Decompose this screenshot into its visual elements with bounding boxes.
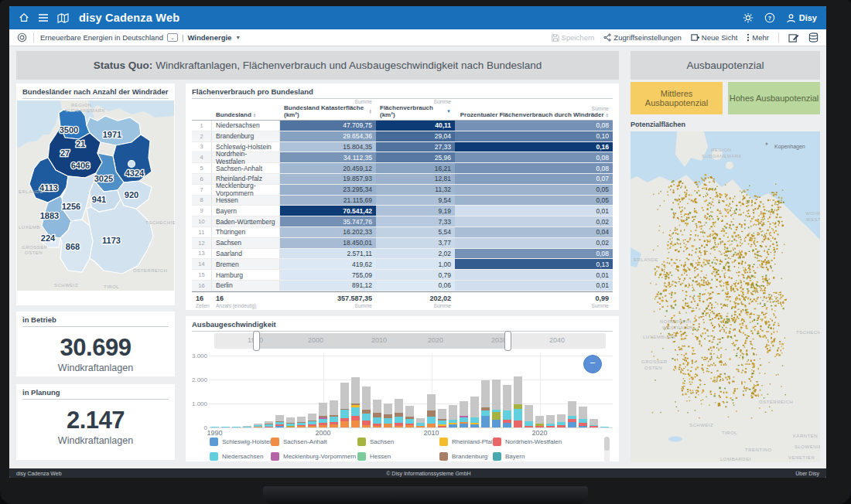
stacked-bar-chart[interactable]: 01.0002.0003.000	[209, 353, 613, 427]
home-icon[interactable]	[19, 12, 29, 23]
bar-2011[interactable]	[438, 409, 446, 427]
bar-2017[interactable]	[503, 385, 511, 427]
column-header-katasterflaeche[interactable]: Summe Bundesland Katasterfläche (km²)▲▼	[280, 99, 376, 118]
bar-2008[interactable]	[405, 406, 414, 427]
new-view-button[interactable]: Neue Sicht	[691, 33, 737, 42]
map-icon[interactable]	[57, 13, 69, 23]
table-row-Hamburg[interactable]: 15Hamburg755,090,790,01	[192, 270, 613, 281]
bar-2026[interactable]	[600, 427, 609, 427]
user-icon	[786, 13, 796, 23]
time-slider-handle-left[interactable]	[253, 331, 260, 351]
table-row-Mecklenburg-Vorpommern[interactable]: 7Mecklenburg-Vorpommern23.295,3411,320,0…	[192, 185, 613, 196]
bar-2012[interactable]	[449, 405, 457, 427]
legend-item-Bayern[interactable]: Bayern	[493, 452, 525, 461]
bar-2010[interactable]	[427, 394, 436, 427]
panel-title: Flächenverbrauch pro Bundesland	[192, 83, 613, 99]
time-slider-handle-right[interactable]	[504, 331, 511, 351]
legend-item-Niedersachsen[interactable]: Niedersachsen	[210, 452, 263, 461]
svg-text:SCHWEIZ: SCHWEIZ	[54, 283, 78, 288]
sheet-selector-badge[interactable]: ⌄	[167, 33, 178, 42]
bar-2020[interactable]	[535, 416, 544, 427]
hohes-ausbaupotenzial-button[interactable]: Hohes Ausbaupotenzial	[728, 82, 820, 114]
bar-1996[interactable]	[275, 415, 284, 427]
bar-2004[interactable]	[362, 387, 371, 427]
bar-2015[interactable]	[481, 380, 490, 427]
bar-2013[interactable]	[460, 401, 468, 427]
zoom-out-button[interactable]: −	[583, 355, 602, 373]
table-row-Nordrhein-Westfalen[interactable]: 4Nordrhein-Westfalen34.112,3525,960,08	[192, 152, 613, 163]
bar-2019[interactable]	[525, 405, 533, 427]
bar-1991[interactable]	[221, 427, 230, 427]
save-icon	[552, 34, 559, 42]
breadcrumb[interactable]: Erneuerbare Energien in Deutschland ⌄ | …	[40, 33, 241, 42]
table-row-Sachsen-Anhalt[interactable]: 5Sachsen-Anhalt20.459,1216,210,08	[192, 163, 613, 174]
edit-dashboard-icon[interactable]	[788, 33, 799, 43]
legend-item-Nordrhein-Westfalen[interactable]: Nordrhein-Westfalen	[493, 438, 562, 446]
bar-1994[interactable]	[254, 424, 262, 427]
table-row-Bremen[interactable]: 14Bremen419,621,000,13	[192, 259, 613, 270]
navigator-icon[interactable]	[17, 32, 27, 43]
bar-2009[interactable]	[416, 418, 425, 427]
table-row-Niedersachsen[interactable]: 1Niedersachsen47.709,7540,110,08	[192, 121, 613, 131]
time-slider[interactable]: 199020002010202020302040	[214, 333, 606, 349]
bar-2005[interactable]	[373, 400, 381, 427]
bar-1998[interactable]	[297, 417, 306, 427]
bar-2014[interactable]	[470, 397, 479, 427]
table-row-Sachsen[interactable]: 12Sachsen18.450,013,770,02	[192, 238, 613, 249]
bar-2025[interactable]	[590, 419, 598, 427]
bar-1997[interactable]	[286, 417, 295, 427]
state-Berlin[interactable]	[128, 161, 135, 168]
legend-item-Rheinland-Pfalz[interactable]: Rheinland-Pfalz	[439, 438, 495, 446]
bar-2016[interactable]	[492, 380, 501, 427]
settings-gear-icon[interactable]	[743, 12, 754, 23]
save-button[interactable]: Speichern	[552, 33, 595, 42]
data-manager-icon[interactable]	[808, 32, 819, 43]
current-sheet[interactable]: Windenergie	[187, 33, 231, 42]
bar-2006[interactable]	[384, 404, 392, 427]
table-row-Brandenburg[interactable]: 2Brandenburg29.654,3629,040,10	[192, 131, 613, 142]
column-header-bundesland[interactable]: Bundesland▲▼	[212, 106, 280, 118]
legend-item-Schleswig-Holstein[interactable]: Schleswig-Holstein	[210, 438, 275, 446]
mittleres-ausbaupotenzial-button[interactable]: Mittleres Ausbaupotenzial	[631, 82, 723, 114]
legend-item-Mecklenburg-Vorpommern[interactable]: Mecklenburg-Vorpommern	[271, 452, 356, 461]
bar-2001[interactable]	[330, 400, 338, 427]
legend-item-Hessen[interactable]: Hessen	[357, 452, 391, 461]
table-row-Baden-Württemberg[interactable]: 10Baden-Württemberg35.747,767,330,02	[192, 216, 613, 227]
potenzialflaechen-map[interactable]: REGIONSUDDANEMARKKopenhagenERLANDEWOIW.W…	[631, 131, 820, 462]
legend-item-Brandenburg[interactable]: Brandenburg	[439, 452, 487, 461]
bar-1993[interactable]	[243, 426, 251, 427]
help-icon[interactable]: ?	[764, 12, 775, 23]
bar-1992[interactable]	[232, 427, 241, 427]
table-row-Saarland[interactable]: 13Saarland2.571,112,020,08	[192, 249, 613, 260]
bar-1990[interactable]	[210, 427, 219, 427]
state-count-Saarland: 224	[41, 233, 56, 243]
bar-1995[interactable]	[265, 421, 273, 427]
bundeslaender-map[interactable]: 3500197121276406432430254113125694192018…	[16, 100, 175, 291]
bar-2018[interactable]	[514, 376, 522, 427]
bar-2003[interactable]	[351, 377, 360, 427]
bar-2023[interactable]	[568, 401, 576, 427]
table-row-Hessen[interactable]: 8Hessen21.115,699,540,05	[192, 196, 613, 206]
bar-1999[interactable]	[308, 414, 316, 427]
svg-text:TIROL: TIROL	[104, 284, 119, 289]
bar-2024[interactable]	[579, 407, 587, 427]
bar-2000[interactable]	[319, 403, 327, 427]
footer-about-link[interactable]: Über Disy	[795, 471, 819, 476]
ausbaugeschwindigkeit-panel: Ausbaugeschwindigkeit 199020002010202020…	[186, 316, 619, 461]
table-row-Bayern[interactable]: 9Bayern70.541,429,190,01	[192, 206, 613, 216]
access-settings-button[interactable]: Zugriffseinstellungen	[603, 33, 682, 42]
column-header-flaechenverbrauch[interactable]: Summe Flächenverbrauch (km²)▼	[376, 99, 455, 118]
table-row-Thüringen[interactable]: 11Thüringen16.202,335,540,04	[192, 227, 613, 238]
legend-item-Sachsen-Anhalt[interactable]: Sachsen-Anhalt	[271, 438, 326, 446]
column-header-prozentual[interactable]: Summe Prozentualer Flächenverbrauch durc…	[455, 106, 613, 118]
legend-item-Sachsen[interactable]: Sachsen	[357, 438, 394, 446]
user-menu[interactable]: Disy	[786, 13, 817, 23]
menu-icon[interactable]	[38, 13, 49, 22]
bar-2021[interactable]	[546, 415, 555, 427]
bar-2007[interactable]	[395, 399, 403, 427]
bar-2002[interactable]	[340, 383, 349, 427]
bar-2022[interactable]	[557, 414, 566, 427]
more-button[interactable]: Mehr	[747, 33, 769, 42]
table-row-Berlin[interactable]: 16Berlin891,120,060,01	[192, 281, 613, 291]
legend-scrollbar[interactable]	[604, 437, 610, 466]
